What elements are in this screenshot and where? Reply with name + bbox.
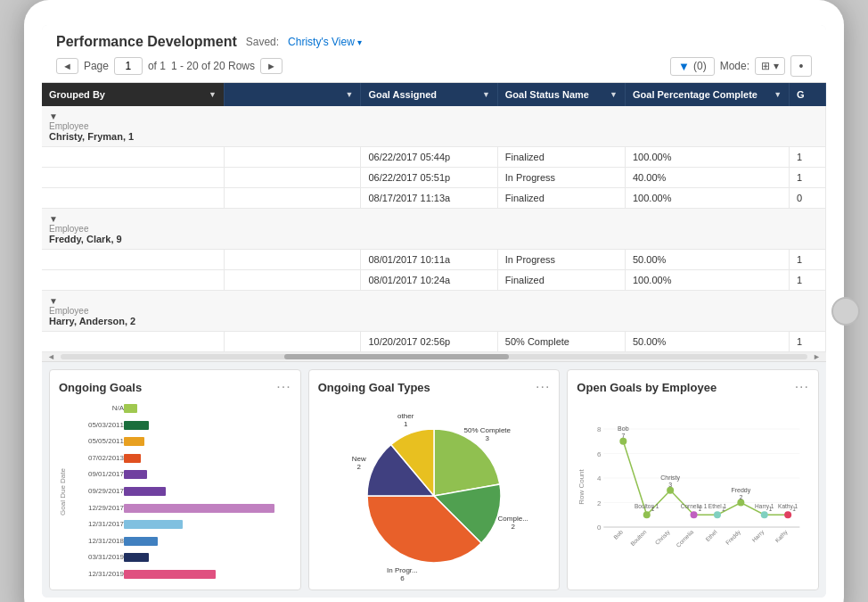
table-group-row: ▼EmployeeFreddy, Clark, 9 xyxy=(42,209,826,250)
scatter-dot[interactable] xyxy=(643,511,651,518)
table-row[interactable]: 10/20/2017 02:56p 50% Complete 50.00% 1 xyxy=(42,332,826,352)
scatter-dot-label: Christy xyxy=(661,474,681,482)
scatter-small-label: Boulton 1 xyxy=(635,503,659,509)
cell-blank xyxy=(225,270,361,291)
cell-extra: 0 xyxy=(790,188,826,209)
table-group-row: ▼EmployeeChristy, Fryman, 1 xyxy=(42,106,826,147)
bar-row xyxy=(124,502,291,515)
scatter-x-label: Bob xyxy=(612,528,624,540)
cell-date: 08/01/2017 10:11a xyxy=(361,250,497,270)
saved-view-link[interactable]: Christy's View xyxy=(288,36,362,48)
table-row[interactable]: 08/17/2017 11:13a Finalized 100.00% 0 xyxy=(42,188,826,209)
horizontal-scrollbar[interactable]: ◄ ► xyxy=(42,352,826,361)
page-label: Page xyxy=(84,60,109,72)
prev-page-button[interactable]: ◄ xyxy=(56,58,78,74)
expand-icon[interactable]: ▼ xyxy=(49,296,58,306)
rows-info: 1 - 20 of 20 Rows xyxy=(171,60,255,72)
pie-container: 50% Complete3Comple...2In Progr...6New2o… xyxy=(318,402,551,581)
cell-blank xyxy=(225,250,361,270)
saved-label: Saved: xyxy=(246,36,279,48)
table-row[interactable]: 06/22/2017 05:44p Finalized 100.00% 1 xyxy=(42,147,826,168)
scatter-count-annotation: 1 xyxy=(699,506,702,512)
scatter-x-label: Harry xyxy=(751,528,766,543)
ongoing-goals-chart: Ongoing Goals ··· Goal Due Date N/A05/03… xyxy=(49,369,301,590)
open-goals-more[interactable]: ··· xyxy=(795,379,809,395)
bar-fill xyxy=(124,553,149,562)
col-header-goal-assigned[interactable]: Goal Assigned ▼ xyxy=(361,83,497,106)
bar-fill xyxy=(124,487,166,496)
scroll-thumb[interactable] xyxy=(284,354,508,359)
ongoing-goal-types-chart: Ongoing Goal Types ··· 50% Complete3Comp… xyxy=(308,369,561,590)
more-options-button[interactable]: • xyxy=(790,55,812,77)
bar-y-label: 12/29/2017 xyxy=(69,502,124,515)
scatter-dot[interactable] xyxy=(667,487,674,494)
pie-count: 6 xyxy=(400,574,405,582)
bar-y-axis-label: Goal Due Date xyxy=(59,468,67,515)
scatter-count-annotation: 1 xyxy=(722,506,725,512)
filter-button[interactable]: ▼ (0) xyxy=(670,57,715,76)
scatter-dot-count: 2 xyxy=(740,494,743,500)
expand-icon[interactable]: ▼ xyxy=(49,214,58,224)
col-header-grouped[interactable]: Grouped By ▼ xyxy=(42,83,225,106)
cell-pct: 50.00% xyxy=(625,332,789,352)
cell-extra: 1 xyxy=(790,270,826,291)
cell-grouped xyxy=(42,270,225,291)
data-table-wrapper: Grouped By ▼ ▼ Goal Ass xyxy=(42,83,826,362)
bar-y-label: 12/31/2019 xyxy=(69,568,124,581)
scatter-dot[interactable] xyxy=(691,511,698,518)
bar-row xyxy=(124,419,291,432)
ongoing-goals-more[interactable]: ··· xyxy=(276,379,291,395)
blank-sort-icon: ▼ xyxy=(346,90,354,99)
goal-assigned-sort: ▼ xyxy=(482,90,490,99)
scatter-small-label: Cornelia 1 xyxy=(681,503,708,509)
bar-row xyxy=(124,551,291,564)
next-page-button[interactable]: ► xyxy=(260,58,283,74)
scatter-dot[interactable] xyxy=(784,511,791,518)
scatter-dot[interactable] xyxy=(761,511,768,518)
app-header: Performance Development Saved: Christy's… xyxy=(42,25,826,83)
table-row[interactable]: 08/01/2017 10:11a In Progress 50.00% 1 xyxy=(42,250,826,270)
scatter-dot[interactable] xyxy=(620,438,627,445)
scatter-dot[interactable] xyxy=(714,511,721,518)
mode-dropdown-icon: ▾ xyxy=(774,60,779,72)
goal-status-label: Goal Status Name xyxy=(505,89,589,100)
expand-icon[interactable]: ▼ xyxy=(49,111,58,121)
scatter-dot-label: Freddy xyxy=(732,487,751,494)
table-row[interactable]: 06/22/2017 05:51p In Progress 40.00% 1 xyxy=(42,168,826,188)
cell-grouped xyxy=(42,147,225,168)
scatter-y-tick: 2 xyxy=(597,499,602,507)
mode-icon: ⊞ xyxy=(761,60,770,72)
bar-row xyxy=(124,568,291,581)
scroll-left-button[interactable]: ◄ xyxy=(45,352,57,361)
scroll-right-button[interactable]: ► xyxy=(811,352,823,361)
scatter-y-tick: 6 xyxy=(597,450,602,458)
scatter-dot-label: Bob xyxy=(618,425,629,432)
scatter-count-annotation: 1 xyxy=(792,506,796,512)
group-label: Employee xyxy=(49,306,818,316)
pie-label: New xyxy=(352,455,366,463)
col-header-goal-pct[interactable]: Goal Percentage Complete ▼ xyxy=(625,83,789,106)
goal-pct-label: Goal Percentage Complete xyxy=(633,89,757,100)
mode-button[interactable]: ⊞ ▾ xyxy=(755,57,785,75)
cell-pct: 40.00% xyxy=(625,168,789,188)
mode-label: Mode: xyxy=(720,60,749,72)
ongoing-goals-title: Ongoing Goals xyxy=(59,381,142,394)
col-header-blank[interactable]: ▼ xyxy=(225,83,361,106)
cell-pct: 50.00% xyxy=(625,250,789,270)
page-input[interactable] xyxy=(114,57,143,75)
scatter-y-tick: 8 xyxy=(597,425,602,433)
bar-y-label: 09/29/2017 xyxy=(69,485,124,498)
bar-fill xyxy=(124,437,144,446)
scatter-x-label: Freddy xyxy=(725,528,742,546)
col-header-goal-status[interactable]: Goal Status Name ▼ xyxy=(497,83,625,106)
col-header-extra[interactable]: G xyxy=(790,83,826,106)
cell-status: Finalized xyxy=(497,270,625,291)
cell-grouped xyxy=(42,250,225,270)
scatter-y-tick: 4 xyxy=(597,474,602,482)
scatter-dot[interactable] xyxy=(738,499,745,507)
data-table: Grouped By ▼ ▼ Goal Ass xyxy=(42,83,826,352)
pie-count: 3 xyxy=(486,434,490,442)
table-row[interactable]: 08/01/2017 10:24a Finalized 100.00% 1 xyxy=(42,270,826,291)
scroll-track[interactable] xyxy=(61,354,807,359)
pie-chart-more[interactable]: ··· xyxy=(536,379,550,395)
